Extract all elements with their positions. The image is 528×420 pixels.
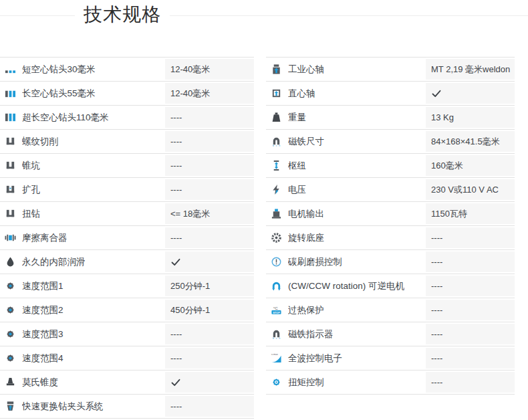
- spec-row: 速度范围2450分钟-1: [0, 298, 254, 322]
- spec-value-cell: <= 18毫米: [165, 203, 254, 224]
- spec-label: 速度范围3: [22, 328, 63, 340]
- check-icon: [431, 88, 442, 99]
- core-drill-short-icon: [4, 64, 17, 75]
- spec-label-cell: °CSTOP过热保护: [266, 298, 426, 322]
- spec-row: 超长空心钻头110毫米----: [0, 106, 254, 130]
- spec-label: (CW/CCW rotation) 可逆电机: [288, 280, 404, 292]
- spec-row: 锥坑----: [0, 154, 254, 178]
- spec-row: 速度范围3----: [0, 322, 254, 346]
- spec-label-cell: 枢纽: [266, 154, 426, 177]
- spec-label-cell: 扭矩控制: [266, 371, 426, 394]
- spec-row: 螺纹切削----: [0, 130, 254, 154]
- spec-value-cell: ----: [165, 324, 254, 344]
- spec-value-cell: ----: [165, 155, 254, 176]
- reaming-icon: [4, 184, 17, 195]
- spec-tables: 短空心钻头30毫米12-40毫米长空心钻头55毫米12-40毫米超长空心钻头11…: [0, 57, 528, 419]
- spec-label: 摩擦离合器: [22, 232, 68, 244]
- spec-value-cell: 160毫米: [426, 155, 515, 176]
- svg-text:b c h: b c h: [273, 144, 281, 147]
- weight-icon: [270, 112, 283, 123]
- spec-label: 扭钻: [22, 208, 40, 220]
- spec-value-cell: ----: [426, 251, 515, 272]
- spec-value-cell: [165, 251, 254, 272]
- svg-text:STOP: STOP: [273, 311, 280, 314]
- spec-label-cell: 工业心轴: [266, 58, 426, 81]
- spec-label-cell: 速度范围1: [0, 274, 165, 298]
- spec-row: 莫氏锥度: [0, 371, 254, 395]
- full-wave-electronics-icon: v-max: [270, 352, 283, 364]
- brush-wear-icon: [270, 256, 283, 268]
- spec-label-cell: 短空心钻头30毫米: [0, 58, 165, 81]
- spec-label-cell: b c h磁铁指示器: [266, 322, 426, 346]
- spec-label-cell: 螺纹切削: [0, 130, 165, 153]
- core-drill-extra-long-icon: [4, 112, 17, 123]
- check-icon: [170, 257, 181, 268]
- spec-label: 超长空心钻头110毫米: [22, 112, 109, 124]
- spec-row: 扭矩控制----: [266, 371, 515, 395]
- morse-taper-icon: [4, 377, 17, 388]
- spec-label-cell: 速度范围3: [0, 322, 165, 346]
- friction-clutch-icon: [4, 232, 17, 243]
- countersink-icon: [4, 160, 17, 171]
- spec-row: 枢纽160毫米: [266, 154, 515, 178]
- spec-value-cell: 84×168×41.5毫米: [426, 131, 515, 152]
- industrial-arbor-icon: [270, 64, 283, 75]
- spec-value-cell: ----: [426, 300, 515, 320]
- spec-label-cell: 碳刷磨损控制: [266, 250, 426, 274]
- spec-row: 速度范围4----: [0, 346, 254, 371]
- spec-label-cell: 摩擦离合器: [0, 226, 165, 249]
- spec-row: 摩擦离合器----: [0, 226, 254, 250]
- spec-label-cell: 速度范围2: [0, 298, 165, 322]
- spec-row: 直心轴: [266, 82, 515, 106]
- rotating-base-icon: [270, 232, 283, 243]
- spec-label-cell: 长空心钻头55毫米: [0, 82, 165, 105]
- spec-label-cell: 直心轴: [266, 82, 426, 105]
- spec-value-cell: ----: [165, 396, 254, 417]
- spec-row: 长空心钻头55毫米12-40毫米: [0, 82, 254, 106]
- magnet-size-icon: b c h: [270, 136, 283, 147]
- spec-row: b c h磁铁指示器----: [266, 322, 515, 346]
- voltage-icon: [270, 184, 283, 195]
- overheat-protection-icon: °CSTOP: [270, 304, 283, 316]
- spec-value-cell: ----: [165, 227, 254, 248]
- spec-row: 短空心钻头30毫米12-40毫米: [0, 58, 254, 82]
- spec-label: 电机输出: [288, 208, 324, 220]
- spec-label: 直心轴: [288, 88, 315, 100]
- svg-text:b c h: b c h: [273, 337, 281, 340]
- spec-label-cell: 锥坑: [0, 154, 165, 177]
- spec-row: 旋转底座----: [266, 226, 515, 250]
- reversible-motor-icon: [270, 280, 283, 292]
- spec-row: 快速更换钻夹头系统----: [0, 395, 254, 419]
- core-drill-long-icon: [4, 88, 17, 99]
- spec-label-cell: 旋转底座: [266, 226, 426, 249]
- thread-cutting-icon: [4, 136, 17, 147]
- spec-label-cell: 莫氏锥度: [0, 371, 165, 394]
- spec-label: 速度范围4: [22, 352, 63, 364]
- spec-value-cell: [426, 83, 515, 104]
- spec-row: 速度范围1250分钟-1: [0, 274, 254, 298]
- spec-label-cell: 快速更换钻夹头系统: [0, 395, 165, 418]
- spec-label-cell: 重量: [266, 106, 426, 129]
- spec-value-cell: ----: [165, 107, 254, 128]
- quick-chuck-icon: [4, 401, 17, 412]
- spec-row: v-max全波控制电子----: [266, 346, 515, 371]
- spec-value-cell: ----: [426, 276, 515, 296]
- spec-value-cell: ----: [165, 179, 254, 200]
- page-title: 技术规格: [75, 1, 170, 28]
- svg-text:°C: °C: [273, 306, 278, 310]
- spec-value-cell: [165, 372, 254, 393]
- spec-label-cell: b c h磁铁尺寸: [266, 130, 426, 153]
- spec-table-left: 短空心钻头30毫米12-40毫米长空心钻头55毫米12-40毫米超长空心钻头11…: [0, 57, 254, 419]
- spec-label-cell: 扩孔: [0, 178, 165, 201]
- check-icon: [170, 377, 181, 388]
- speed-gear-icon: [4, 352, 17, 364]
- spec-label: 枢纽: [288, 160, 306, 172]
- spec-row: 电压230 V或110 V AC: [266, 178, 515, 202]
- spec-label: 速度范围2: [22, 304, 63, 316]
- spec-label: 长空心钻头55毫米: [22, 88, 96, 100]
- spec-value-cell: 13 Kg: [426, 107, 515, 128]
- spec-value-cell: ----: [426, 227, 515, 248]
- spec-label-cell: 扭钻: [0, 202, 165, 225]
- straight-arbor-icon: [270, 88, 283, 99]
- spec-row: 工业心轴MT 2,19 毫米weldon: [266, 58, 515, 82]
